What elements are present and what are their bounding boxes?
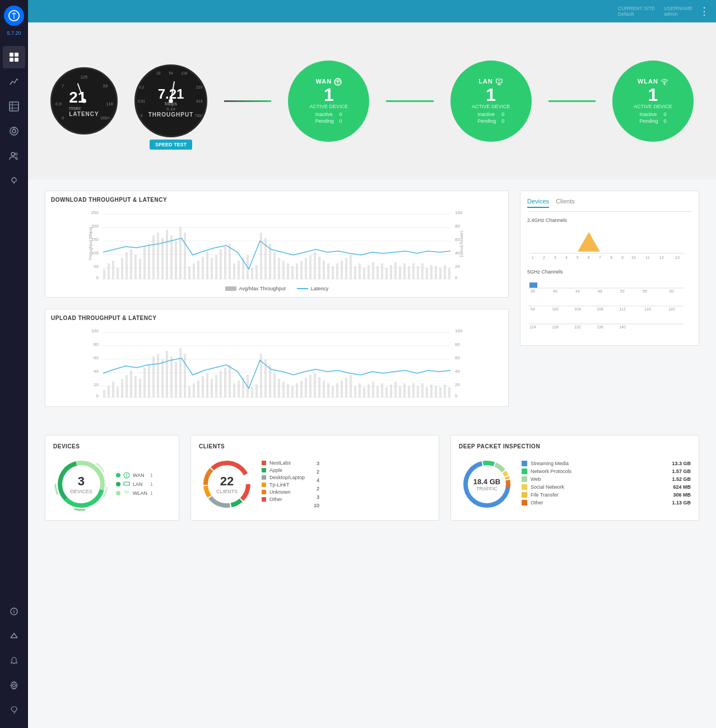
devices-donut: 3 DEVICES bbox=[53, 456, 109, 512]
channel-24ghz-chart: 1 2 3 4 5 6 7 8 9 10 11 12 13 bbox=[527, 226, 690, 260]
sidebar-item-support[interactable] bbox=[3, 699, 25, 721]
svg-rect-133 bbox=[390, 265, 392, 279]
svg-rect-242 bbox=[426, 387, 428, 397]
svg-rect-229 bbox=[368, 384, 370, 397]
svg-text:0: 0 bbox=[62, 115, 64, 120]
svg-text:100: 100 bbox=[455, 328, 463, 333]
svg-point-13 bbox=[15, 153, 17, 155]
svg-text:0: 0 bbox=[96, 275, 99, 280]
svg-rect-75 bbox=[130, 249, 132, 279]
svg-text:Latency [msec]: Latency [msec] bbox=[459, 230, 464, 257]
svg-rect-179 bbox=[143, 368, 146, 397]
client-row: NestLabs bbox=[262, 460, 305, 466]
wlan-count: 1 bbox=[648, 86, 658, 104]
sidebar-item-insights[interactable] bbox=[3, 169, 25, 192]
svg-point-42 bbox=[169, 99, 173, 103]
svg-rect-186 bbox=[175, 362, 177, 397]
svg-rect-230 bbox=[372, 382, 374, 397]
sidebar-item-alerts[interactable] bbox=[3, 625, 25, 647]
svg-text:60: 60 bbox=[669, 289, 674, 293]
lan-active-label: ACTIVE DEVICE bbox=[472, 104, 510, 109]
wan-inactive-label: Inactive bbox=[315, 112, 333, 117]
svg-point-14 bbox=[12, 178, 16, 182]
svg-point-21 bbox=[13, 684, 16, 687]
svg-text:64: 64 bbox=[531, 307, 535, 311]
channel-5ghz-row1: 36 40 44 48 52 56 60 bbox=[527, 278, 690, 294]
upload-chart-title: UPLOAD THROUGHPUT & LATENCY bbox=[51, 315, 503, 321]
svg-rect-5 bbox=[10, 102, 18, 111]
svg-rect-193 bbox=[206, 373, 208, 397]
svg-text:100: 100 bbox=[455, 210, 463, 215]
svg-rect-107 bbox=[273, 252, 276, 279]
dpi-row: Other 1.13 GB bbox=[522, 500, 691, 506]
svg-text:700+: 700+ bbox=[195, 114, 203, 118]
lan-pending-count: 0 bbox=[501, 118, 504, 124]
svg-rect-102 bbox=[251, 268, 253, 279]
tab-clients[interactable]: Clients bbox=[556, 198, 575, 208]
svg-text:250: 250 bbox=[91, 210, 99, 215]
sidebar-item-clients[interactable] bbox=[3, 145, 25, 167]
sidebar-item-devices[interactable] bbox=[3, 120, 25, 142]
svg-rect-222 bbox=[336, 383, 338, 397]
svg-text:40: 40 bbox=[455, 369, 460, 374]
sidebar-item-settings[interactable] bbox=[3, 674, 25, 697]
speed-test-button[interactable]: SPEED TEST bbox=[150, 140, 192, 150]
svg-rect-76 bbox=[134, 255, 137, 279]
svg-rect-188 bbox=[184, 354, 186, 397]
svg-text:0: 0 bbox=[455, 275, 458, 280]
svg-text:100: 100 bbox=[91, 328, 99, 333]
sidebar-item-map[interactable] bbox=[3, 95, 25, 118]
dpi-row: Social Network 624 MB bbox=[522, 484, 691, 490]
wlan-pending-label: Pending bbox=[639, 118, 658, 124]
download-chart-container: DOWNLOAD THROUGHPUT & LATENCY 250 200 15… bbox=[45, 191, 509, 298]
svg-rect-247 bbox=[448, 387, 450, 397]
svg-rect-175 bbox=[125, 375, 128, 397]
sidebar-item-dashboard[interactable] bbox=[3, 46, 25, 68]
svg-point-12 bbox=[11, 152, 15, 156]
svg-rect-241 bbox=[421, 383, 424, 397]
svg-rect-216 bbox=[309, 375, 311, 397]
upload-chart: 100 80 60 40 20 0 100 80 60 40 20 0 bbox=[51, 326, 503, 398]
svg-text:0.2: 0.2 bbox=[139, 85, 145, 89]
logo bbox=[4, 6, 24, 26]
channel-5ghz-row3: 124 128 132 136 140 bbox=[527, 314, 690, 330]
latency-gauge: 125 7 59 0.9 116 0 200+ 21 msec bbox=[50, 67, 118, 135]
svg-rect-139 bbox=[417, 266, 419, 279]
menu-dots[interactable]: ⋮ bbox=[699, 5, 709, 17]
svg-rect-227 bbox=[359, 383, 361, 397]
svg-rect-224 bbox=[345, 378, 347, 397]
svg-text:118: 118 bbox=[181, 71, 187, 75]
svg-rect-118 bbox=[323, 261, 325, 279]
svg-rect-183 bbox=[161, 359, 164, 397]
sidebar-item-notifications[interactable] bbox=[3, 650, 25, 672]
svg-rect-80 bbox=[152, 235, 155, 279]
svg-rect-197 bbox=[224, 368, 226, 397]
svg-rect-208 bbox=[273, 373, 276, 397]
svg-rect-234 bbox=[390, 384, 392, 397]
dpi-traffic-label: TRAFFIC bbox=[473, 486, 500, 491]
wlan-icon bbox=[123, 490, 130, 497]
svg-text:36: 36 bbox=[531, 289, 535, 293]
svg-rect-231 bbox=[376, 386, 379, 397]
sidebar-item-info[interactable] bbox=[3, 600, 25, 623]
svg-point-10 bbox=[12, 129, 16, 133]
dpi-donut: 18.4 GB TRAFFIC bbox=[459, 456, 515, 512]
svg-rect-115 bbox=[309, 255, 311, 279]
svg-rect-124 bbox=[350, 255, 352, 279]
svg-text:7: 7 bbox=[62, 84, 64, 89]
wan-circle: WAN 1 ACTIVE DEVICE Inactive 0 Pending 0 bbox=[288, 61, 369, 142]
svg-text:100: 100 bbox=[552, 307, 559, 311]
app-version: 5.7.20 bbox=[7, 30, 21, 36]
svg-rect-114 bbox=[305, 258, 307, 279]
tab-devices[interactable]: Devices bbox=[527, 198, 549, 208]
svg-text:0: 0 bbox=[455, 393, 458, 398]
svg-rect-110 bbox=[287, 263, 289, 279]
sidebar-item-statistics[interactable] bbox=[3, 71, 25, 93]
svg-text:0: 0 bbox=[141, 114, 143, 118]
lan-inactive-count: 0 bbox=[501, 112, 504, 117]
svg-rect-213 bbox=[296, 383, 298, 397]
svg-text:0.9: 0.9 bbox=[55, 101, 62, 106]
svg-rect-84 bbox=[170, 235, 173, 279]
svg-rect-4 bbox=[15, 58, 18, 62]
svg-text:60: 60 bbox=[94, 355, 99, 360]
